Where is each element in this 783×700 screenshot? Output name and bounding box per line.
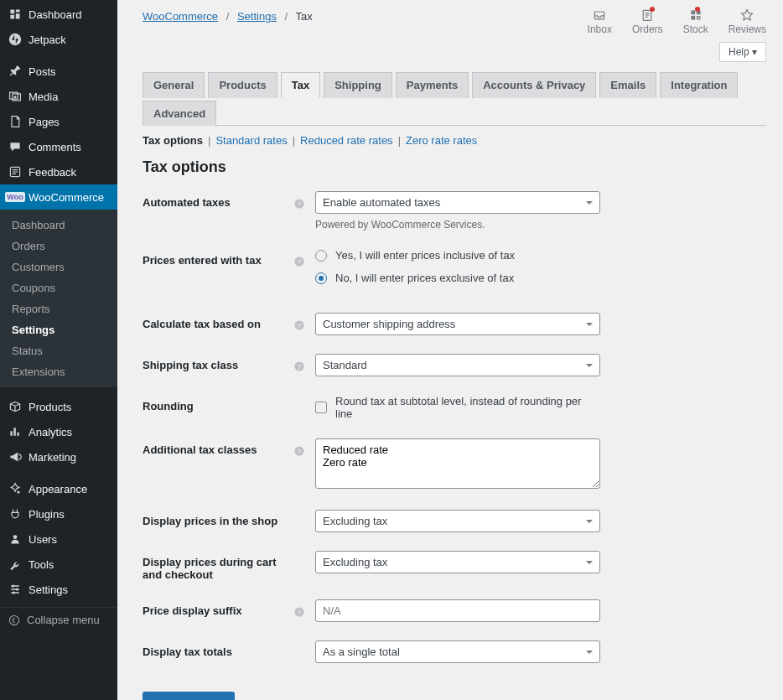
svg-rect-14: [697, 17, 699, 19]
tab-accounts-privacy[interactable]: Accounts & Privacy: [472, 72, 596, 98]
svg-point-5: [12, 584, 14, 587]
shipping-tax-class-select[interactable]: Standard: [315, 354, 600, 376]
help-icon[interactable]: ?: [293, 606, 305, 618]
svg-point-8: [9, 615, 18, 625]
products-icon: [8, 400, 22, 413]
subnav-reduced-rate-rates[interactable]: Reduced rate rates: [300, 134, 393, 147]
topbar-reviews[interactable]: Reviews: [729, 8, 766, 35]
plugins-icon: [8, 507, 22, 521]
radio-exclusive[interactable]: No, I will enter prices exclusive of tax: [315, 272, 600, 284]
svg-text:?: ?: [298, 448, 301, 455]
label-automated-taxes: Automated taxes: [143, 191, 293, 209]
reviews-icon: [740, 8, 754, 22]
help-tab[interactable]: Help ▾: [719, 42, 766, 62]
help-icon[interactable]: ?: [293, 198, 305, 210]
media-icon: [8, 90, 22, 103]
sidebar-sub-orders[interactable]: Orders: [0, 236, 117, 257]
tab-advanced[interactable]: Advanced: [143, 101, 216, 126]
svg-point-7: [13, 591, 15, 594]
analytics-icon: [8, 425, 22, 438]
sidebar-item-appearance[interactable]: Appearance: [0, 476, 117, 501]
help-icon[interactable]: ?: [293, 256, 305, 267]
sidebar-sub-reports[interactable]: Reports: [0, 298, 117, 319]
tab-shipping[interactable]: Shipping: [324, 72, 392, 98]
subnav-zero-rate-rates[interactable]: Zero rate rates: [406, 134, 477, 147]
radio-inclusive[interactable]: Yes, I will enter prices inclusive of ta…: [315, 249, 600, 262]
topbar-inbox[interactable]: Inbox: [588, 8, 612, 35]
automated-taxes-select[interactable]: Enable automated taxes: [315, 191, 600, 214]
collapse-menu[interactable]: Collapse menu: [0, 607, 117, 632]
comments-icon: [8, 140, 22, 153]
sidebar-item-label: Comments: [29, 141, 81, 153]
sidebar-item-tools[interactable]: Tools: [0, 552, 117, 577]
sidebar-sub-settings[interactable]: Settings: [0, 319, 117, 340]
breadcrumb-settings[interactable]: Settings: [237, 10, 277, 23]
help-icon[interactable]: ?: [293, 360, 305, 372]
help-icon[interactable]: ?: [293, 445, 305, 457]
sidebar-item-label: WooCommerce: [29, 191, 104, 204]
svg-text:?: ?: [298, 609, 301, 616]
sidebar-item-pages[interactable]: Pages: [0, 109, 117, 134]
label-shipping-tax-class: Shipping tax class: [143, 354, 293, 371]
sidebar-item-label: Appearance: [29, 483, 87, 495]
sidebar-item-label: Plugins: [29, 508, 65, 521]
marketing-icon: [8, 450, 22, 464]
sidebar-item-analytics[interactable]: Analytics: [0, 419, 117, 444]
svg-point-1: [13, 96, 16, 98]
help-icon[interactable]: ?: [293, 319, 305, 331]
display-tax-totals-select[interactable]: As a single total: [315, 640, 600, 663]
rounding-checkbox[interactable]: Round tax at subtotal level, instead of …: [315, 395, 600, 420]
dashboard-icon: [8, 8, 22, 21]
sidebar-item-label: Jetpack: [29, 34, 66, 46]
breadcrumb: WooCommerce / Settings / Tax: [143, 8, 313, 23]
sidebar-item-label: Posts: [29, 65, 56, 78]
subnav-standard-rates[interactable]: Standard rates: [215, 134, 287, 147]
sidebar-item-users[interactable]: Users: [0, 526, 117, 552]
sidebar-item-woocommerce[interactable]: WooWooCommerce: [0, 184, 117, 210]
sidebar-item-label: Tools: [29, 558, 54, 571]
tab-payments[interactable]: Payments: [396, 72, 469, 98]
calculate-tax-select[interactable]: Customer shipping address: [315, 313, 600, 335]
subnav-tax-options[interactable]: Tax options: [143, 134, 203, 147]
price-suffix-input[interactable]: [315, 599, 600, 622]
label-display-tax-totals: Display tax totals: [143, 640, 293, 658]
breadcrumb-woocommerce[interactable]: WooCommerce: [143, 10, 218, 23]
settings-tabs: GeneralProductsTaxShippingPaymentsAccoun…: [143, 72, 766, 126]
tab-emails[interactable]: Emails: [599, 72, 656, 98]
sidebar-item-label: Media: [29, 91, 58, 103]
label-additional-tax-classes: Additional tax classes: [143, 438, 293, 456]
additional-tax-classes-textarea[interactable]: [315, 438, 600, 489]
display-shop-select[interactable]: Excluding tax: [315, 510, 600, 532]
save-changes-button[interactable]: Save changes: [143, 692, 235, 700]
sidebar-item-posts[interactable]: Posts: [0, 59, 117, 84]
sidebar-sub-status[interactable]: Status: [0, 340, 117, 361]
sidebar-item-feedback[interactable]: Feedback: [0, 159, 117, 184]
tools-icon: [8, 557, 22, 571]
sidebar-sub-coupons[interactable]: Coupons: [0, 277, 117, 298]
label-display-cart: Display prices during cart and checkout: [143, 551, 293, 581]
users-icon: [8, 532, 22, 546]
sidebar-sub-extensions[interactable]: Extensions: [0, 361, 117, 382]
svg-point-0: [9, 34, 21, 45]
sidebar-sub-customers[interactable]: Customers: [0, 257, 117, 277]
tab-general[interactable]: General: [143, 72, 205, 98]
page-title: Tax options: [143, 158, 766, 176]
sidebar-item-marketing[interactable]: Marketing: [0, 444, 117, 469]
sidebar-item-products[interactable]: Products: [0, 394, 117, 419]
sidebar-item-label: Settings: [29, 583, 68, 596]
tab-integration[interactable]: Integration: [660, 72, 738, 98]
sidebar-item-settings[interactable]: Settings: [0, 577, 117, 602]
topbar-orders[interactable]: Orders: [632, 8, 663, 35]
sidebar-item-comments[interactable]: Comments: [0, 134, 117, 159]
sidebar-item-media[interactable]: Media: [0, 84, 117, 109]
tab-tax[interactable]: Tax: [281, 72, 320, 98]
sidebar-item-plugins[interactable]: Plugins: [0, 501, 117, 526]
tab-products[interactable]: Products: [208, 72, 277, 98]
collapse-icon: [8, 614, 20, 626]
topbar-stock[interactable]: Stock: [683, 8, 708, 35]
sidebar-item-label: Feedback: [29, 166, 76, 179]
sidebar-item-dashboard[interactable]: Dashboard: [0, 2, 117, 27]
sidebar-sub-dashboard[interactable]: Dashboard: [0, 215, 117, 236]
display-cart-select[interactable]: Excluding tax: [315, 551, 600, 573]
sidebar-item-jetpack[interactable]: Jetpack: [0, 27, 117, 52]
